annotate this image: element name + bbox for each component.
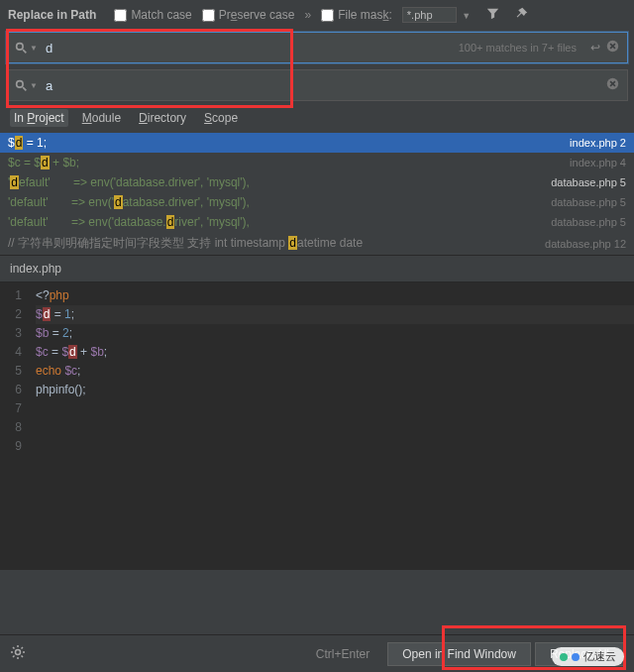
- find-input-row[interactable]: ▼ 100+ matches in 7+ files ↩: [6, 32, 628, 63]
- watermark-badge: 亿速云: [552, 647, 624, 666]
- find-input[interactable]: [38, 41, 459, 56]
- search-icon: [15, 79, 28, 92]
- match-count-label: 100+ matches in 7+ files: [459, 42, 577, 54]
- scope-tabs: In Project Module Directory Scope: [0, 103, 634, 133]
- pin-icon[interactable]: [515, 7, 528, 23]
- filter-icon[interactable]: [486, 7, 499, 23]
- svg-point-3: [17, 80, 24, 87]
- search-icon: [15, 42, 28, 55]
- clear-replace-icon[interactable]: [606, 77, 619, 93]
- result-row[interactable]: // 字符串则明确指定时间字段类型 支持 int timestamp datet…: [0, 232, 634, 255]
- results-list: $d = 1;index.php 2$c = $d + $b;index.php…: [0, 133, 634, 255]
- replace-input[interactable]: [38, 78, 600, 93]
- preview-filename: index.php: [0, 255, 634, 282]
- settings-icon[interactable]: [10, 644, 26, 663]
- clear-find-icon[interactable]: [606, 40, 619, 56]
- shortcut-hint: Ctrl+Enter: [316, 647, 370, 661]
- more-options-icon[interactable]: »: [304, 8, 311, 22]
- preserve-case-checkbox[interactable]: Preserve case: [202, 8, 295, 22]
- open-in-find-window-button[interactable]: Open in Find Window: [387, 642, 531, 666]
- tab-scope[interactable]: Scope: [200, 109, 242, 127]
- svg-point-0: [17, 43, 24, 50]
- replace-history-dropdown-icon[interactable]: ▼: [30, 81, 38, 90]
- code-preview[interactable]: 123456789 <?php$d = 1;$b = 2;$c = $d + $…: [0, 282, 634, 570]
- newline-icon[interactable]: ↩: [590, 41, 600, 55]
- match-case-checkbox[interactable]: Match Match casecase: [114, 8, 191, 22]
- dialog-footer: Ctrl+Enter Open in Find Window Replace A…: [0, 634, 634, 672]
- result-row[interactable]: 'default' => env('database.driver', 'mys…: [0, 192, 634, 212]
- replace-input-row[interactable]: ▼: [6, 69, 628, 101]
- svg-line-4: [23, 87, 26, 90]
- dialog-header: Replace in Path Match Match casecase Pre…: [0, 0, 634, 30]
- result-row[interactable]: 'default' => env('database.driver', 'mys…: [0, 212, 634, 232]
- tab-module[interactable]: Module: [78, 109, 125, 127]
- result-row[interactable]: $d = 1;index.php 2: [0, 133, 634, 153]
- svg-point-6: [16, 650, 21, 655]
- result-row[interactable]: 'default' => env('database.driver', 'mys…: [0, 172, 634, 192]
- search-history-dropdown-icon[interactable]: ▼: [30, 44, 38, 53]
- tab-in-project[interactable]: In Project: [10, 109, 68, 127]
- file-mask-field[interactable]: ▼: [402, 7, 471, 23]
- tab-directory[interactable]: Directory: [135, 109, 190, 127]
- svg-line-1: [23, 50, 26, 53]
- result-row[interactable]: $c = $d + $b;index.php 4: [0, 153, 634, 172]
- dialog-title: Replace in Path: [8, 8, 96, 22]
- file-mask-checkbox[interactable]: File mask:: [321, 8, 392, 22]
